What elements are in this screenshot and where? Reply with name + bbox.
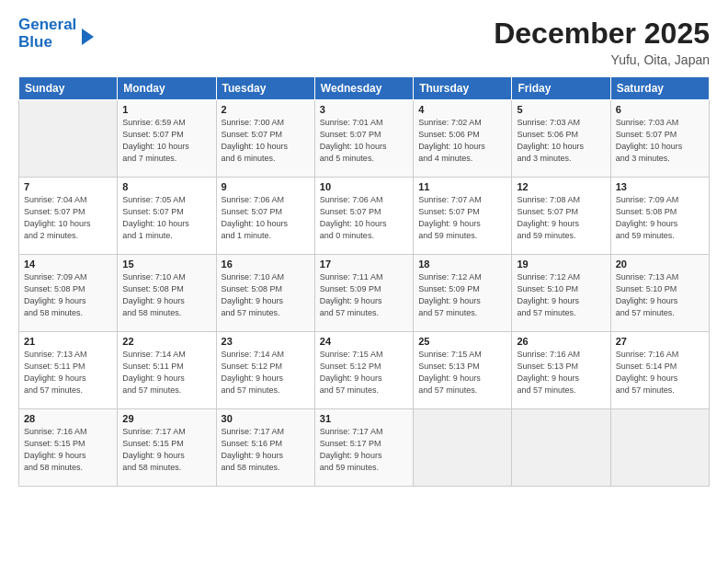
- day-number: 13: [616, 181, 704, 192]
- cell-detail: Sunrise: 7:17 AM Sunset: 5:17 PM Dayligh…: [320, 426, 408, 474]
- logo-blue: Blue: [18, 33, 52, 51]
- cell-detail: Sunrise: 7:16 AM Sunset: 5:13 PM Dayligh…: [517, 349, 605, 396]
- cal-cell: 20Sunrise: 7:13 AM Sunset: 5:10 PM Dayli…: [610, 255, 709, 332]
- cal-cell: 11Sunrise: 7:07 AM Sunset: 5:07 PM Dayli…: [414, 178, 512, 255]
- cell-detail: Sunrise: 7:11 AM Sunset: 5:09 PM Dayligh…: [320, 271, 408, 319]
- day-number: 30: [222, 413, 310, 424]
- header-cell-thursday: Thursday: [414, 77, 512, 100]
- cal-cell: 4Sunrise: 7:02 AM Sunset: 5:06 PM Daylig…: [414, 100, 512, 178]
- cell-detail: Sunrise: 7:07 AM Sunset: 5:07 PM Dayligh…: [418, 194, 506, 242]
- cal-cell: 28Sunrise: 7:16 AM Sunset: 5:15 PM Dayli…: [19, 409, 118, 487]
- cal-cell: 3Sunrise: 7:01 AM Sunset: 5:07 PM Daylig…: [314, 100, 413, 178]
- cal-cell: 2Sunrise: 7:00 AM Sunset: 5:07 PM Daylig…: [216, 100, 314, 178]
- cal-cell: 26Sunrise: 7:16 AM Sunset: 5:13 PM Dayli…: [512, 332, 610, 409]
- day-number: 27: [616, 336, 704, 347]
- cal-cell: [610, 409, 709, 487]
- day-number: 5: [517, 104, 605, 115]
- cal-cell: 30Sunrise: 7:17 AM Sunset: 5:16 PM Dayli…: [216, 409, 314, 487]
- cell-detail: Sunrise: 7:12 AM Sunset: 5:10 PM Dayligh…: [517, 271, 605, 319]
- cell-detail: Sunrise: 7:03 AM Sunset: 5:07 PM Dayligh…: [616, 117, 704, 165]
- title-block: December 2025 Yufu, Oita, Japan: [494, 17, 710, 67]
- week-row-1: 1Sunrise: 6:59 AM Sunset: 5:07 PM Daylig…: [19, 100, 710, 178]
- header-cell-sunday: Sunday: [19, 77, 118, 100]
- header-cell-saturday: Saturday: [610, 77, 709, 100]
- cal-cell: 17Sunrise: 7:11 AM Sunset: 5:09 PM Dayli…: [314, 255, 413, 332]
- cal-cell: 6Sunrise: 7:03 AM Sunset: 5:07 PM Daylig…: [610, 100, 709, 178]
- week-row-3: 14Sunrise: 7:09 AM Sunset: 5:08 PM Dayli…: [19, 255, 710, 332]
- week-row-4: 21Sunrise: 7:13 AM Sunset: 5:11 PM Dayli…: [19, 332, 710, 409]
- day-number: 19: [517, 259, 605, 270]
- cell-detail: Sunrise: 7:08 AM Sunset: 5:07 PM Dayligh…: [517, 194, 605, 242]
- cal-cell: 7Sunrise: 7:04 AM Sunset: 5:07 PM Daylig…: [19, 178, 118, 255]
- cal-cell: 13Sunrise: 7:09 AM Sunset: 5:08 PM Dayli…: [610, 178, 709, 255]
- cal-cell: 9Sunrise: 7:06 AM Sunset: 5:07 PM Daylig…: [216, 178, 314, 255]
- header-row: SundayMondayTuesdayWednesdayThursdayFrid…: [19, 77, 710, 100]
- cell-detail: Sunrise: 6:59 AM Sunset: 5:07 PM Dayligh…: [122, 117, 210, 165]
- day-number: 14: [24, 259, 112, 270]
- header-cell-monday: Monday: [118, 77, 216, 100]
- cell-detail: Sunrise: 7:16 AM Sunset: 5:15 PM Dayligh…: [24, 426, 112, 474]
- day-number: 20: [616, 259, 704, 270]
- day-number: 24: [320, 336, 408, 347]
- header-cell-tuesday: Tuesday: [216, 77, 314, 100]
- cal-cell: 12Sunrise: 7:08 AM Sunset: 5:07 PM Dayli…: [512, 178, 610, 255]
- day-number: 11: [418, 181, 506, 192]
- day-number: 16: [222, 259, 310, 270]
- cal-cell: 5Sunrise: 7:03 AM Sunset: 5:06 PM Daylig…: [512, 100, 610, 178]
- cal-cell: 8Sunrise: 7:05 AM Sunset: 5:07 PM Daylig…: [118, 178, 216, 255]
- cell-detail: Sunrise: 7:03 AM Sunset: 5:06 PM Dayligh…: [517, 117, 605, 165]
- cell-detail: Sunrise: 7:09 AM Sunset: 5:08 PM Dayligh…: [24, 271, 112, 319]
- day-number: 21: [24, 336, 112, 347]
- week-row-2: 7Sunrise: 7:04 AM Sunset: 5:07 PM Daylig…: [19, 178, 710, 255]
- cal-cell: [19, 100, 118, 178]
- cell-detail: Sunrise: 7:10 AM Sunset: 5:08 PM Dayligh…: [222, 271, 310, 319]
- cal-cell: [512, 409, 610, 487]
- week-row-5: 28Sunrise: 7:16 AM Sunset: 5:15 PM Dayli…: [19, 409, 710, 487]
- day-number: 31: [320, 413, 408, 424]
- header: General Blue December 2025 Yufu, Oita, J…: [18, 17, 710, 67]
- cell-detail: Sunrise: 7:13 AM Sunset: 5:11 PM Dayligh…: [24, 349, 112, 396]
- day-number: 1: [122, 104, 210, 115]
- day-number: 10: [320, 181, 408, 192]
- day-number: 6: [616, 104, 704, 115]
- cal-cell: 23Sunrise: 7:14 AM Sunset: 5:12 PM Dayli…: [216, 332, 314, 409]
- cal-cell: 29Sunrise: 7:17 AM Sunset: 5:15 PM Dayli…: [118, 409, 216, 487]
- cell-detail: Sunrise: 7:15 AM Sunset: 5:13 PM Dayligh…: [418, 349, 506, 396]
- cell-detail: Sunrise: 7:04 AM Sunset: 5:07 PM Dayligh…: [24, 194, 112, 242]
- cell-detail: Sunrise: 7:12 AM Sunset: 5:09 PM Dayligh…: [418, 271, 506, 319]
- cal-cell: 27Sunrise: 7:16 AM Sunset: 5:14 PM Dayli…: [610, 332, 709, 409]
- day-number: 26: [517, 336, 605, 347]
- cell-detail: Sunrise: 7:10 AM Sunset: 5:08 PM Dayligh…: [122, 271, 210, 319]
- day-number: 29: [122, 413, 210, 424]
- day-number: 7: [24, 181, 112, 192]
- cal-cell: 24Sunrise: 7:15 AM Sunset: 5:12 PM Dayli…: [314, 332, 413, 409]
- cal-cell: 19Sunrise: 7:12 AM Sunset: 5:10 PM Dayli…: [512, 255, 610, 332]
- calendar-page: General Blue December 2025 Yufu, Oita, J…: [0, 0, 728, 563]
- logo-general: General: [18, 16, 76, 33]
- cal-cell: 31Sunrise: 7:17 AM Sunset: 5:17 PM Dayli…: [314, 409, 413, 487]
- cal-cell: 14Sunrise: 7:09 AM Sunset: 5:08 PM Dayli…: [19, 255, 118, 332]
- day-number: 4: [418, 104, 506, 115]
- cal-cell: 18Sunrise: 7:12 AM Sunset: 5:09 PM Dayli…: [414, 255, 512, 332]
- day-number: 25: [418, 336, 506, 347]
- header-cell-wednesday: Wednesday: [314, 77, 413, 100]
- header-cell-friday: Friday: [512, 77, 610, 100]
- cell-detail: Sunrise: 7:14 AM Sunset: 5:11 PM Dayligh…: [122, 349, 210, 396]
- cal-cell: 1Sunrise: 6:59 AM Sunset: 5:07 PM Daylig…: [118, 100, 216, 178]
- cell-detail: Sunrise: 7:17 AM Sunset: 5:16 PM Dayligh…: [222, 426, 310, 474]
- cal-cell: 10Sunrise: 7:06 AM Sunset: 5:07 PM Dayli…: [314, 178, 413, 255]
- logo: General Blue: [18, 17, 94, 51]
- day-number: 8: [122, 181, 210, 192]
- cell-detail: Sunrise: 7:17 AM Sunset: 5:15 PM Dayligh…: [122, 426, 210, 474]
- cal-cell: [414, 409, 512, 487]
- cell-detail: Sunrise: 7:01 AM Sunset: 5:07 PM Dayligh…: [320, 117, 408, 165]
- logo-arrow-icon: [82, 29, 94, 45]
- cell-detail: Sunrise: 7:13 AM Sunset: 5:10 PM Dayligh…: [616, 271, 704, 319]
- logo-text-block: General Blue: [18, 17, 76, 51]
- day-number: 2: [222, 104, 310, 115]
- calendar-table: SundayMondayTuesdayWednesdayThursdayFrid…: [18, 76, 710, 487]
- cell-detail: Sunrise: 7:06 AM Sunset: 5:07 PM Dayligh…: [222, 194, 310, 242]
- day-number: 3: [320, 104, 408, 115]
- cal-cell: 22Sunrise: 7:14 AM Sunset: 5:11 PM Dayli…: [118, 332, 216, 409]
- day-number: 22: [122, 336, 210, 347]
